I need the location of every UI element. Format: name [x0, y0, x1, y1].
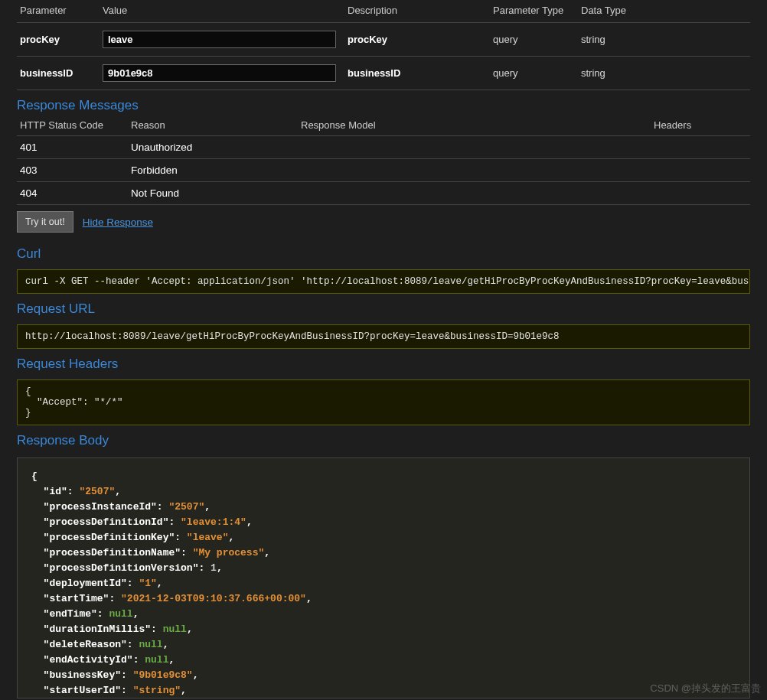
json-line: "processDefinitionName": "My process", [31, 545, 736, 561]
json-line: "durationInMillis": null, [31, 622, 736, 637]
rm-reason: Not Found [128, 182, 298, 205]
response-msg-row: 401Unauthorized [17, 136, 750, 159]
param-row: businessIDbusinessIDquerystring [17, 57, 750, 90]
rm-headers [651, 182, 750, 205]
param-datatype: string [578, 57, 750, 90]
hide-response-link[interactable]: Hide Response [83, 217, 153, 228]
response-messages-table: HTTP Status Code Reason Response Model H… [17, 116, 750, 205]
json-line: "processDefinitionKey": "leave", [31, 530, 736, 545]
param-description: businessID [344, 57, 490, 90]
params-th-parameter: Parameter [17, 0, 100, 23]
parameters-table: Parameter Value Description Parameter Ty… [17, 0, 750, 90]
json-line: "endActivityId": null, [31, 653, 736, 668]
param-row: procKeyprocKeyquerystring [17, 23, 750, 57]
json-line: "businessKey": "9b01e9c8", [31, 668, 736, 683]
json-line: "processDefinitionVersion": 1, [31, 561, 736, 576]
rm-model [298, 159, 651, 182]
response-msg-row: 404Not Found [17, 182, 750, 205]
params-th-datatype: Data Type [578, 0, 750, 23]
rm-model [298, 182, 651, 205]
response-body-block[interactable]: { "id": "2507", "processInstanceId": "25… [17, 457, 750, 698]
json-line: "deleteReason": null, [31, 637, 736, 653]
json-line: "id": "2507", [31, 484, 736, 500]
param-value-input[interactable] [103, 31, 336, 48]
rm-headers [651, 159, 750, 182]
request-headers-header: Request Headers [17, 349, 750, 375]
param-name: procKey [17, 23, 100, 57]
request-headers-block: { "Accept": "*/*" } [17, 379, 750, 425]
param-value-cell [100, 57, 344, 90]
param-description: procKey [344, 23, 490, 57]
rm-headers [651, 136, 750, 159]
rm-th-status: HTTP Status Code [17, 116, 128, 136]
response-msg-row: 403Forbidden [17, 159, 750, 182]
params-th-description: Description [344, 0, 490, 23]
params-th-value: Value [100, 0, 344, 23]
param-value-cell [100, 23, 344, 57]
json-line: "endTime": null, [31, 607, 736, 622]
rm-th-model: Response Model [298, 116, 651, 136]
param-datatype: string [578, 23, 750, 57]
response-messages-header: Response Messages [17, 90, 750, 116]
rm-model [298, 136, 651, 159]
try-it-out-button[interactable]: Try it out! [17, 211, 73, 233]
params-th-paramtype: Parameter Type [490, 0, 578, 23]
json-line: "startUserId": "string", [31, 683, 736, 698]
json-line: { [31, 469, 736, 484]
rm-reason: Unauthorized [128, 136, 298, 159]
rm-reason: Forbidden [128, 159, 298, 182]
response-body-header: Response Body [17, 425, 750, 451]
rm-status: 401 [17, 136, 128, 159]
param-name: businessID [17, 57, 100, 90]
rm-status: 404 [17, 182, 128, 205]
param-value-input[interactable] [103, 64, 336, 82]
param-type: query [490, 23, 578, 57]
json-line: "processDefinitionId": "leave:1:4", [31, 515, 736, 530]
json-line: "startTime": "2021-12-03T09:10:37.666+00… [31, 591, 736, 607]
rm-status: 403 [17, 159, 128, 182]
json-line: "deploymentId": "1", [31, 576, 736, 591]
curl-command-text: curl -X GET --header 'Accept: applicatio… [25, 276, 750, 287]
rm-th-headers: Headers [651, 116, 750, 136]
param-type: query [490, 57, 578, 90]
rm-th-reason: Reason [128, 116, 298, 136]
curl-code-block[interactable]: curl -X GET --header 'Accept: applicatio… [17, 269, 750, 294]
curl-header: Curl [17, 239, 750, 265]
json-line: "processInstanceId": "2507", [31, 500, 736, 515]
request-url-header: Request URL [17, 294, 750, 320]
request-url-block: http://localhost:8089/leave/getHiProcByP… [17, 324, 750, 349]
